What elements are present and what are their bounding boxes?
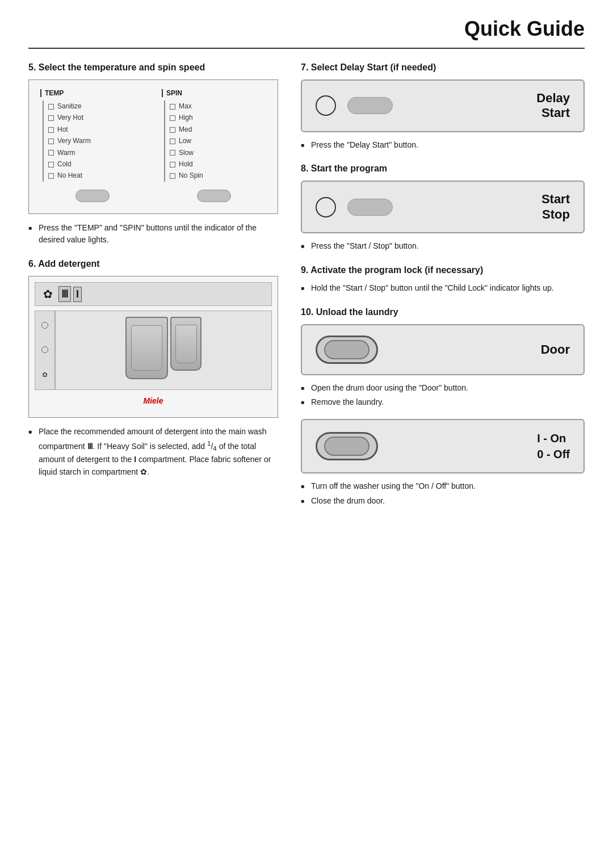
- temp-item: Very Hot: [48, 112, 145, 123]
- step10-onoff-bullets: Turn off the washer using the "On / Off"…: [301, 480, 585, 507]
- start-stop-label: Start Stop: [541, 192, 570, 222]
- step10-door-bullet1: Open the drum door using the "Door" butt…: [301, 382, 585, 395]
- prewash-compartment: [170, 317, 201, 371]
- step8-heading: 8. Start the program: [301, 163, 585, 174]
- spin-item: Hold: [170, 158, 266, 170]
- main-content: 5. Select the temperature and spin speed…: [28, 62, 585, 519]
- page-title: Quick Guide: [28, 17, 585, 41]
- spin-label: SPIN: [162, 89, 266, 97]
- start-stop-circle-indicator: [316, 197, 336, 217]
- spin-item: Med: [170, 124, 266, 135]
- step10-door-bullet2: Remove the laundry.: [301, 396, 585, 409]
- step9-bullets: Hold the "Start / Stop" button until the…: [301, 282, 585, 295]
- temp-spin-diagram: TEMP Sanitize Very Hot Hot Very Warm War…: [28, 79, 278, 214]
- step9-heading: 9. Activate the program lock (if necessa…: [301, 265, 585, 275]
- step7-section: 7. Select Delay Start (if needed) Delay …: [301, 62, 585, 151]
- on-off-button-shape: [316, 432, 378, 460]
- delay-start-label: Delay Start: [536, 91, 570, 121]
- page-header: Quick Guide: [28, 17, 585, 49]
- temp-item: Very Warm: [48, 135, 145, 146]
- on-off-button-display: I - On 0 - Off: [301, 419, 585, 473]
- step9-section: 9. Activate the program lock (if necessa…: [301, 265, 585, 295]
- step10-onoff-bullet1: Turn off the washer using the "On / Off"…: [301, 480, 585, 493]
- step6-heading: 6. Add detergent: [28, 259, 278, 269]
- door-button-label: Door: [541, 342, 570, 357]
- start-stop-pill-button: [347, 199, 393, 216]
- step8-bullet1: Press the "Start / Stop" button.: [301, 240, 585, 253]
- step10-door-bullets: Open the drum door using the "Door" butt…: [301, 382, 585, 409]
- delay-start-pill-button: [347, 97, 393, 114]
- step8-bullets: Press the "Start / Stop" button.: [301, 240, 585, 253]
- step7-heading: 7. Select Delay Start (if needed): [301, 62, 585, 73]
- side-indicator: [41, 346, 48, 353]
- start-stop-display: Start Stop: [301, 181, 585, 233]
- side-indicator: [41, 322, 48, 329]
- step6-bullet1: Place the recommended amount of detergen…: [28, 426, 278, 479]
- spin-section: SPIN Max High Med Low Slow Hold No Spin: [162, 89, 266, 182]
- step10-heading: 10. Unload the laundry: [301, 307, 585, 317]
- spin-knob: [162, 190, 266, 202]
- miele-brand-label: Miele: [143, 396, 163, 405]
- step10-section: 10. Unload the laundry Door Open the dru…: [301, 307, 585, 508]
- temp-item: Sanitize: [48, 100, 145, 112]
- door-button-inner: [324, 340, 370, 359]
- detergent-drawer-diagram: ✿ Ⅲ I ✿: [28, 276, 278, 418]
- delay-start-circle-indicator: [316, 95, 336, 116]
- step5-bullets: Press the "TEMP" and "SPIN" buttons unti…: [28, 222, 278, 246]
- temp-label: TEMP: [40, 89, 145, 97]
- step7-bullets: Press the "Delay Start" button.: [301, 139, 585, 152]
- spin-item: Slow: [170, 147, 266, 158]
- temp-item: Cold: [48, 158, 145, 170]
- temp-knob-shape: [75, 190, 110, 202]
- temp-items-list: Sanitize Very Hot Hot Very Warm Warm Col…: [43, 100, 145, 182]
- knob-row: [40, 190, 266, 202]
- step5-section: 5. Select the temperature and spin speed…: [28, 62, 278, 246]
- delay-start-display: Delay Start: [301, 79, 585, 132]
- spin-item: High: [170, 112, 266, 123]
- step6-section: 6. Add detergent ✿ Ⅲ I: [28, 259, 278, 479]
- door-button-display: Door: [301, 324, 585, 375]
- step9-bullet1: Hold the "Start / Stop" button until the…: [301, 282, 585, 295]
- compartment-icon: ✿: [42, 371, 48, 379]
- right-column: 7. Select Delay Start (if needed) Delay …: [301, 62, 585, 519]
- page: Quick Guide 5. Select the temperature an…: [0, 0, 613, 868]
- step5-bullet1: Press the "TEMP" and "SPIN" buttons unti…: [28, 222, 278, 246]
- step8-section: 8. Start the program Start Stop Press th…: [301, 163, 585, 252]
- main-wash-compartment: [125, 317, 168, 379]
- spin-item: Low: [170, 135, 266, 146]
- flower-icon: ✿: [43, 287, 53, 301]
- left-column: 5. Select the temperature and spin speed…: [28, 62, 278, 519]
- step6-bullets: Place the recommended amount of detergen…: [28, 426, 278, 479]
- main-wash-symbol: Ⅲ: [58, 286, 71, 302]
- step10-onoff-bullet2: Close the drum door.: [301, 495, 585, 508]
- prewash-symbol: I: [73, 287, 82, 302]
- on-off-button-inner: [324, 437, 370, 456]
- spin-item: No Spin: [170, 170, 266, 181]
- door-button-shape: [316, 336, 378, 364]
- temp-item: No Heat: [48, 170, 145, 181]
- spin-knob-shape: [197, 190, 231, 202]
- temp-item: Warm: [48, 147, 145, 158]
- on-off-label: I - On 0 - Off: [537, 430, 570, 462]
- temp-section: TEMP Sanitize Very Hot Hot Very Warm War…: [40, 89, 145, 182]
- temp-item: Hot: [48, 124, 145, 135]
- temp-knob: [40, 190, 145, 202]
- spin-items-list: Max High Med Low Slow Hold No Spin: [164, 100, 266, 182]
- step7-bullet1: Press the "Delay Start" button.: [301, 139, 585, 152]
- step5-heading: 5. Select the temperature and spin speed: [28, 62, 278, 73]
- spin-item: Max: [170, 100, 266, 112]
